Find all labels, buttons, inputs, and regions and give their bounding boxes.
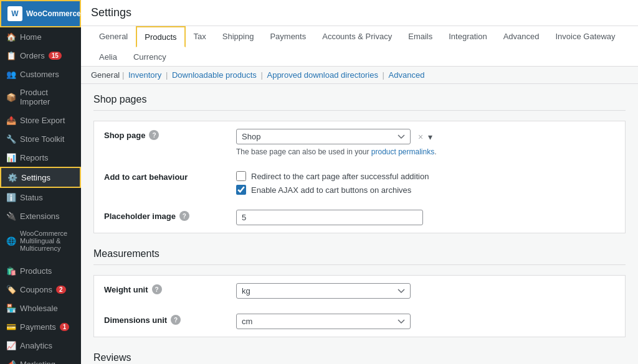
sidebar-item-label: Payments bbox=[20, 322, 56, 332]
tab-currency[interactable]: Currency bbox=[125, 47, 174, 67]
tab-accounts-privacy[interactable]: Accounts & Privacy bbox=[314, 26, 400, 47]
extensions-icon: 🔌 bbox=[6, 211, 16, 221]
sidebar-item-label: Reports bbox=[20, 153, 49, 162]
tab-aelia[interactable]: Aelia bbox=[91, 47, 125, 67]
redirect-cart-label: Redirect to the cart page after successf… bbox=[251, 172, 429, 181]
home-icon: 🏠 bbox=[6, 32, 16, 42]
main-content: Settings General Products Tax Shipping P… bbox=[81, 0, 638, 364]
sidebar-item-label: Extensions bbox=[20, 212, 60, 221]
sidebar-logo-text: WooCommerce bbox=[26, 9, 81, 18]
customers-icon: 👥 bbox=[6, 69, 16, 79]
sidebar-item-coupons[interactable]: 🏷️ Coupons 2 bbox=[0, 280, 81, 299]
woocommerce-logo-icon: W bbox=[7, 6, 22, 21]
dimensions-unit-select[interactable]: cm m mm in yd bbox=[236, 314, 411, 329]
placeholder-image-input[interactable] bbox=[236, 210, 423, 225]
sidebar-item-store-export[interactable]: 📤 Store Export bbox=[0, 111, 81, 129]
placeholder-help-icon[interactable]: ? bbox=[179, 211, 189, 221]
add-to-cart-label: Add to cart behaviour bbox=[104, 171, 229, 182]
shop-pages-table: Shop page ? Shop Cart Checkout My Accoun… bbox=[93, 121, 626, 233]
subnav-inventory[interactable]: Inventory bbox=[128, 70, 161, 80]
weight-unit-control: kg g lbs oz bbox=[236, 283, 615, 299]
sidebar-item-multilingual[interactable]: 🌐 WooCommerce Multilingual & Multicurren… bbox=[0, 225, 81, 256]
sidebar-item-products[interactable]: 🛍️ Products bbox=[0, 261, 81, 280]
settings-content: Shop pages Shop page ? Shop bbox=[81, 84, 638, 364]
page-header: Settings bbox=[81, 0, 638, 26]
sidebar-item-orders[interactable]: 📋 Orders 15 bbox=[0, 46, 81, 65]
subnav-approved-dirs[interactable]: Approved download directories bbox=[267, 70, 378, 80]
clear-shop-page-icon[interactable]: × bbox=[418, 132, 423, 142]
tab-invoice-gateway[interactable]: Invoice Gateway bbox=[548, 26, 624, 47]
sidebar-item-wholesale[interactable]: 🏪 Wholesale bbox=[0, 299, 81, 317]
weight-unit-select[interactable]: kg g lbs oz bbox=[236, 283, 411, 299]
sidebar-logo[interactable]: W WooCommerce bbox=[0, 0, 81, 27]
page-title: Settings bbox=[91, 6, 628, 19]
orders-badge: 15 bbox=[49, 52, 62, 60]
marketing-icon: 📣 bbox=[6, 359, 16, 364]
settings-tabs: General Products Tax Shipping Payments A… bbox=[81, 26, 638, 67]
shop-page-select[interactable]: Shop Cart Checkout My Account bbox=[236, 129, 411, 144]
subnav-general: General bbox=[91, 70, 120, 80]
weight-unit-label: Weight unit ? bbox=[104, 283, 229, 294]
payments-icon: 💳 bbox=[6, 322, 16, 332]
dimensions-unit-control: cm m mm in yd bbox=[236, 314, 615, 329]
product-permalinks-link[interactable]: product permalinks bbox=[371, 147, 434, 156]
tab-emails[interactable]: Emails bbox=[400, 26, 440, 47]
placeholder-image-row: Placeholder image ? bbox=[94, 202, 625, 233]
dimensions-unit-row: Dimensions unit ? cm m mm in yd bbox=[94, 306, 625, 337]
measurements-section-title: Measurements bbox=[93, 248, 626, 265]
sidebar-item-marketing[interactable]: 📣 Marketing bbox=[0, 355, 81, 364]
tab-general[interactable]: General bbox=[91, 26, 136, 47]
settings-icon: ⚙️ bbox=[7, 172, 17, 182]
measurements-table: Weight unit ? kg g lbs oz bbox=[93, 275, 626, 337]
sidebar-item-customers[interactable]: 👥 Customers bbox=[0, 65, 81, 83]
store-toolkit-icon: 🔧 bbox=[6, 134, 16, 144]
reports-icon: 📊 bbox=[6, 152, 16, 162]
sidebar-item-label: Marketing bbox=[20, 360, 55, 365]
sidebar-item-label: Product Importer bbox=[20, 88, 75, 106]
tab-payments[interactable]: Payments bbox=[262, 26, 314, 47]
sidebar-item-label: Customers bbox=[20, 70, 59, 79]
sidebar-item-store-toolkit[interactable]: 🔧 Store Toolkit bbox=[0, 129, 81, 148]
dimensions-help-icon[interactable]: ? bbox=[171, 315, 181, 325]
chevron-down-icon: ▾ bbox=[428, 132, 432, 142]
products-icon: 🛍️ bbox=[6, 266, 16, 276]
shop-page-select-wrapper: Shop Cart Checkout My Account × ▾ bbox=[236, 129, 615, 144]
tab-shipping[interactable]: Shipping bbox=[214, 26, 262, 47]
redirect-cart-checkbox-row: Redirect to the cart page after successf… bbox=[236, 171, 615, 181]
shop-pages-section-title: Shop pages bbox=[93, 94, 626, 111]
tab-integration[interactable]: Integration bbox=[440, 26, 495, 47]
sidebar-item-label: WooCommerce Multilingual & Multicurrency bbox=[20, 230, 75, 252]
add-to-cart-row: Add to cart behaviour Redirect to the ca… bbox=[94, 164, 625, 202]
weight-help-icon[interactable]: ? bbox=[152, 284, 162, 294]
sidebar-item-label: Settings bbox=[21, 173, 50, 182]
sidebar-item-label: Orders bbox=[20, 51, 45, 60]
sub-navigation: General | Inventory | Downloadable produ… bbox=[81, 67, 638, 84]
sidebar-item-reports[interactable]: 📊 Reports bbox=[0, 148, 81, 167]
reviews-section-title: Reviews bbox=[93, 352, 626, 364]
sidebar: W WooCommerce 🏠 Home 📋 Orders 15 👥 Custo… bbox=[0, 0, 81, 364]
sidebar-item-payments[interactable]: 💳 Payments 1 bbox=[0, 317, 81, 336]
sidebar-item-settings[interactable]: ⚙️ Settings bbox=[0, 167, 81, 188]
shop-page-control: Shop Cart Checkout My Account × ▾ The ba… bbox=[236, 129, 615, 156]
subnav-advanced[interactable]: Advanced bbox=[389, 70, 425, 80]
shop-page-help-icon[interactable]: ? bbox=[149, 130, 159, 140]
weight-unit-row: Weight unit ? kg g lbs oz bbox=[94, 276, 625, 306]
placeholder-image-control bbox=[236, 210, 615, 225]
ajax-cart-checkbox[interactable] bbox=[236, 185, 246, 195]
sidebar-item-home[interactable]: 🏠 Home bbox=[0, 27, 81, 46]
dimensions-unit-label: Dimensions unit ? bbox=[104, 314, 229, 325]
tab-advanced[interactable]: Advanced bbox=[495, 26, 548, 47]
tab-products[interactable]: Products bbox=[136, 26, 185, 47]
placeholder-image-label: Placeholder image ? bbox=[104, 210, 229, 221]
sidebar-item-label: Store Toolkit bbox=[20, 134, 64, 144]
sidebar-item-label: Analytics bbox=[20, 341, 52, 350]
sidebar-item-product-importer[interactable]: 📦 Product Importer bbox=[0, 83, 81, 111]
tab-tax[interactable]: Tax bbox=[186, 26, 214, 47]
analytics-icon: 📈 bbox=[6, 340, 16, 350]
sidebar-item-analytics[interactable]: 📈 Analytics bbox=[0, 336, 81, 355]
orders-icon: 📋 bbox=[6, 50, 16, 60]
subnav-downloadable[interactable]: Downloadable products bbox=[172, 70, 257, 80]
redirect-cart-checkbox[interactable] bbox=[236, 171, 246, 181]
sidebar-item-extensions[interactable]: 🔌 Extensions bbox=[0, 207, 81, 225]
sidebar-item-status[interactable]: ℹ️ Status bbox=[0, 188, 81, 207]
